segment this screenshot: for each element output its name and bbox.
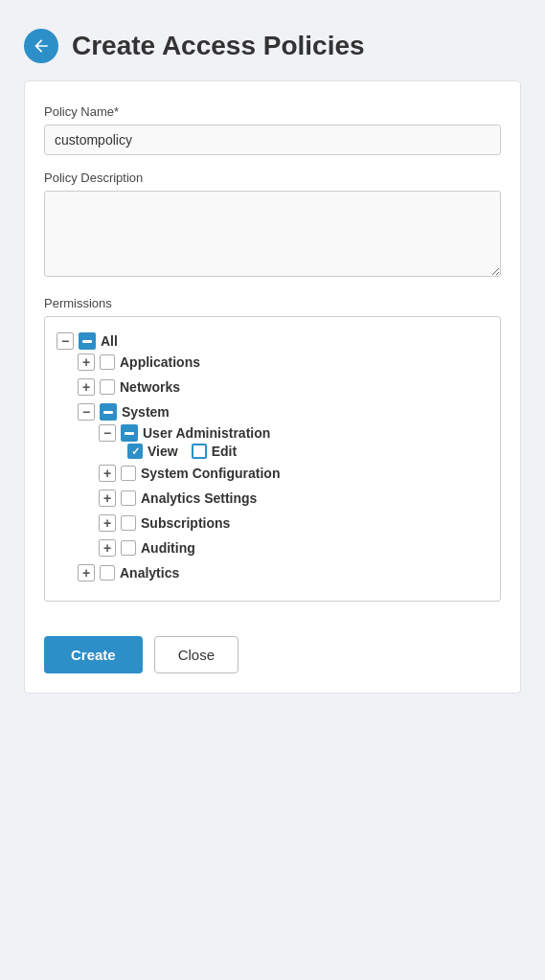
create-button[interactable]: Create: [44, 636, 143, 673]
policy-description-input[interactable]: [44, 191, 501, 277]
checkbox-all[interactable]: [79, 332, 96, 350]
button-row: Create Close: [44, 621, 501, 673]
tree-children-all: + Applications + Networks: [78, 352, 488, 583]
page-title: Create Access Policies: [72, 31, 365, 61]
expand-all-btn[interactable]: −: [57, 332, 74, 350]
checkbox-system[interactable]: [100, 403, 117, 421]
check-edit: Edit: [192, 444, 237, 459]
label-subscriptions: Subscriptions: [141, 515, 230, 531]
checkbox-auditing[interactable]: [121, 540, 136, 556]
expand-analytics-settings-btn[interactable]: +: [99, 490, 116, 507]
policy-description-field: Policy Description: [44, 171, 501, 281]
checkbox-subscriptions[interactable]: [121, 515, 136, 531]
tree-row-system-config: + System Configuration: [99, 463, 488, 484]
expand-networks-btn[interactable]: +: [78, 378, 95, 396]
close-button[interactable]: Close: [154, 636, 238, 673]
page-container: Create Access Policies Policy Name* Poli…: [10, 10, 535, 980]
tree-node-networks: + Networks: [78, 376, 488, 398]
checkbox-analytics[interactable]: [100, 565, 115, 581]
page-header: Create Access Policies: [24, 29, 521, 63]
label-system: System: [122, 404, 170, 420]
tree-node-subscriptions: + Subscriptions: [99, 513, 488, 534]
tree-row-subscriptions: + Subscriptions: [99, 513, 488, 534]
tree-row-applications: + Applications: [78, 352, 488, 373]
label-user-admin: User Administration: [143, 425, 270, 441]
tree-row-auditing: + Auditing: [99, 537, 488, 558]
checkbox-system-config[interactable]: [121, 466, 136, 481]
tree-row-all: − All: [57, 330, 488, 352]
tree-node-system: − System − User Admin: [78, 401, 488, 558]
tree-node-all: − All + Applications: [57, 330, 488, 583]
label-applications: Applications: [120, 354, 200, 370]
tree-node-applications: + Applications: [78, 352, 488, 373]
checkbox-analytics-settings[interactable]: [121, 490, 136, 506]
label-all: All: [101, 333, 118, 349]
label-edit: Edit: [212, 444, 237, 459]
permissions-field: Permissions − All +: [44, 296, 501, 602]
policy-name-label: Policy Name*: [44, 104, 501, 119]
label-analytics: Analytics: [120, 565, 179, 581]
tree-node-user-admin: − User Administration: [99, 422, 488, 459]
tree-node-auditing: + Auditing: [99, 537, 488, 558]
expand-applications-btn[interactable]: +: [78, 353, 95, 371]
expand-auditing-btn[interactable]: +: [99, 539, 116, 557]
label-view: View: [148, 444, 178, 459]
tree-row-system: − System: [78, 401, 488, 422]
expand-user-admin-btn[interactable]: −: [99, 424, 116, 442]
expand-system-btn[interactable]: −: [78, 403, 95, 421]
permissions-label: Permissions: [44, 296, 501, 310]
checkbox-networks[interactable]: [100, 379, 115, 395]
label-analytics-settings: Analytics Settings: [141, 490, 257, 506]
checkbox-edit[interactable]: [192, 444, 207, 459]
tree-row-analytics-settings: + Analytics Settings: [99, 488, 488, 509]
permissions-tree: − All + Applications: [44, 316, 501, 602]
user-admin-inline-checks: View Edit: [120, 444, 488, 459]
inline-checks-row: View Edit: [127, 444, 488, 459]
policy-name-field: Policy Name*: [44, 104, 501, 155]
tree-row-networks: + Networks: [78, 376, 488, 398]
policy-description-label: Policy Description: [44, 171, 501, 185]
check-view: View: [127, 444, 178, 459]
label-system-config: System Configuration: [141, 466, 280, 481]
checkbox-user-admin[interactable]: [121, 424, 138, 442]
checkbox-view[interactable]: [127, 444, 143, 459]
tree-node-analytics-settings: + Analytics Settings: [99, 488, 488, 509]
policy-name-input[interactable]: [44, 125, 501, 155]
tree-children-system: − User Administration: [99, 422, 488, 558]
label-networks: Networks: [120, 379, 180, 395]
tree-node-system-config: + System Configuration: [99, 463, 488, 484]
tree-node-analytics: + Analytics: [78, 562, 488, 583]
checkbox-applications[interactable]: [100, 354, 115, 370]
expand-analytics-btn[interactable]: +: [78, 564, 95, 581]
back-button[interactable]: [24, 29, 58, 63]
expand-system-config-btn[interactable]: +: [99, 465, 116, 482]
expand-subscriptions-btn[interactable]: +: [99, 514, 116, 532]
tree-row-user-admin: − User Administration: [99, 422, 488, 444]
tree-row-analytics: + Analytics: [78, 562, 488, 583]
form-card: Policy Name* Policy Description Permissi…: [24, 80, 521, 694]
label-auditing: Auditing: [141, 540, 195, 556]
